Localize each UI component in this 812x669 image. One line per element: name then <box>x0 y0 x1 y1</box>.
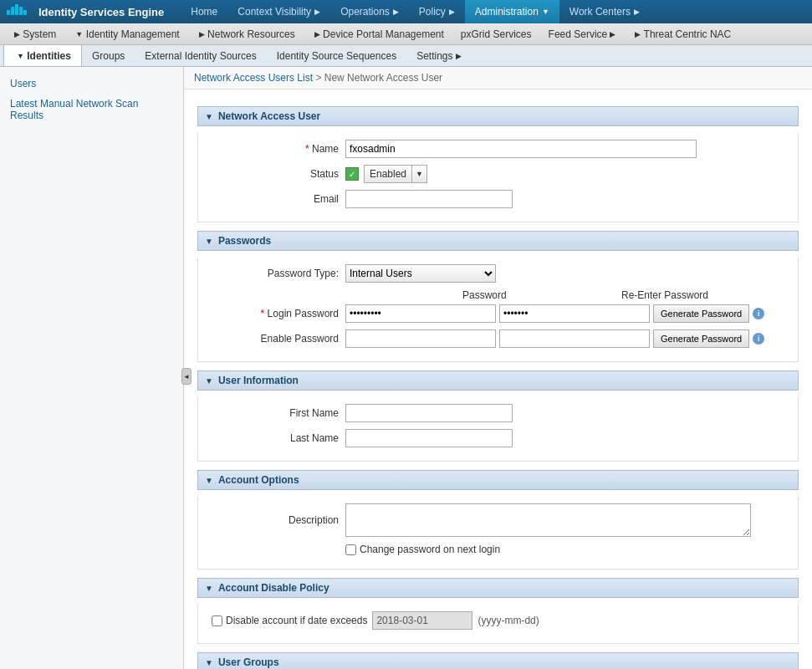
third-navigation: ▼ Identities Groups External Identity So… <box>0 45 812 67</box>
login-reenter-input[interactable] <box>499 304 650 323</box>
svg-rect-2 <box>15 4 18 15</box>
nav-identity-management[interactable]: ▼ Identity Management <box>64 23 187 44</box>
enable-reenter-input[interactable] <box>499 329 650 348</box>
tab-identities[interactable]: ▼ Identities <box>3 45 82 66</box>
network-access-user-section: Name Status ✓ Enabled ▼ Email <box>197 133 799 222</box>
nav-home[interactable]: Home <box>181 0 227 23</box>
collapse-user-info-arrow-icon: ▼ <box>205 376 213 386</box>
cisco-logo-icon <box>7 3 32 20</box>
collapse-disable-policy-arrow-icon: ▼ <box>205 584 213 593</box>
collapse-arrow-icon: ▼ <box>205 112 213 121</box>
password-col-headers: Password Re-Enter Password <box>462 289 784 301</box>
status-label: Status <box>212 168 345 180</box>
tab-settings[interactable]: Settings ▶ <box>406 45 471 66</box>
generate-enable-password-button[interactable]: Generate Password <box>653 329 749 348</box>
account-options-section: Description Change password on next logi… <box>197 497 799 569</box>
first-name-row: First Name <box>212 404 784 422</box>
email-row: Email <box>212 190 784 208</box>
sidebar-item-users[interactable]: Users <box>0 74 183 94</box>
first-name-input[interactable] <box>345 404 513 422</box>
user-information-section: First Name Last Name <box>197 397 799 462</box>
section-header-user-groups[interactable]: ▼ User Groups <box>197 652 799 669</box>
disable-account-checkbox[interactable] <box>212 615 222 626</box>
tab-groups[interactable]: Groups <box>82 45 135 66</box>
collapse-user-groups-arrow-icon: ▼ <box>205 658 213 667</box>
section-header-passwords[interactable]: ▼ Passwords <box>197 231 799 251</box>
nav-policy[interactable]: Policy ▶ <box>409 0 465 23</box>
disable-date-input[interactable] <box>372 611 472 630</box>
breadcrumb-current: New Network Access User <box>324 72 442 84</box>
section-header-network-access-user[interactable]: ▼ Network Access User <box>197 106 799 126</box>
section-header-account-disable-policy[interactable]: ▼ Account Disable Policy <box>197 578 799 598</box>
nav-device-portal-management[interactable]: ▶ Device Portal Management <box>304 23 452 44</box>
main-content: Network Access Users List > New Network … <box>184 67 812 669</box>
sidebar-item-latest-scan[interactable]: Latest Manual Network Scan Results <box>0 94 183 125</box>
nav-system[interactable]: ▶ System <box>3 23 64 44</box>
login-password-info-icon[interactable]: i <box>753 308 764 319</box>
password-type-label: Password Type: <box>212 268 345 279</box>
last-name-label: Last Name <box>212 432 345 444</box>
tab-identity-source-sequences[interactable]: Identity Source Sequences <box>267 45 406 66</box>
svg-rect-4 <box>23 10 27 15</box>
status-enabled-checkbox[interactable]: ✓ <box>345 167 359 181</box>
nav-context-visibility[interactable]: Context Visibility ▶ <box>227 0 330 23</box>
form-container: ▼ Network Access User Name Status ✓ Enab… <box>184 89 812 669</box>
collapse-account-options-arrow-icon: ▼ <box>205 476 213 485</box>
description-textarea[interactable] <box>345 503 751 537</box>
svg-rect-1 <box>11 7 14 15</box>
change-password-row: Change password on next login <box>212 544 784 555</box>
enable-password-label: Enable Password <box>212 333 345 345</box>
last-name-row: Last Name <box>212 429 784 447</box>
status-dropdown-arrow-icon: ▼ <box>411 166 426 182</box>
breadcrumb-parent-link[interactable]: Network Access Users List <box>194 72 313 84</box>
disable-policy-row: Disable account if date exceeds (yyyy-mm… <box>212 611 784 630</box>
status-control: ✓ Enabled ▼ <box>345 165 427 183</box>
last-name-input[interactable] <box>345 429 513 447</box>
email-label: Email <box>212 193 345 205</box>
login-password-label: Login Password <box>212 308 345 319</box>
nav-administration[interactable]: Administration ▼ <box>465 0 559 23</box>
generate-login-password-button[interactable]: Generate Password <box>653 304 749 323</box>
svg-rect-0 <box>7 10 10 15</box>
breadcrumb: Network Access Users List > New Network … <box>184 67 812 89</box>
password-col-header: Password <box>462 289 621 301</box>
description-label: Description <box>212 514 345 526</box>
top-navigation: Identity Services Engine Home Context Vi… <box>0 0 812 23</box>
nav-policy-arrow: ▶ <box>449 8 455 16</box>
name-input[interactable] <box>345 140 697 158</box>
nav-feed-service[interactable]: Feed Service ▶ <box>540 23 625 44</box>
main-layout: ◄ Users Latest Manual Network Scan Resul… <box>0 67 812 669</box>
nav-operations-arrow: ▶ <box>393 8 399 16</box>
nav-operations[interactable]: Operations ▶ <box>330 0 409 23</box>
password-type-select[interactable]: Internal Users External <box>345 264 496 283</box>
tab-external-identity-sources[interactable]: External Identity Sources <box>135 45 266 66</box>
nav-threat-centric-nac[interactable]: ▶ Threat Centric NAC <box>624 23 739 44</box>
breadcrumb-separator: > <box>315 72 321 84</box>
nav-work-centers[interactable]: Work Centers ▶ <box>559 0 650 23</box>
name-row: Name <box>212 140 784 158</box>
status-row: Status ✓ Enabled ▼ <box>212 165 784 183</box>
enable-password-info-icon[interactable]: i <box>753 333 764 345</box>
change-password-checkbox[interactable] <box>345 544 356 555</box>
svg-rect-3 <box>19 7 23 15</box>
status-dropdown-text: Enabled <box>365 168 411 180</box>
change-password-label: Change password on next login <box>360 544 500 555</box>
nav-network-resources[interactable]: ▶ Network Resources <box>188 23 304 44</box>
status-dropdown[interactable]: Enabled ▼ <box>364 165 427 183</box>
sidebar-toggle-button[interactable]: ◄ <box>181 368 192 385</box>
date-format-label: (yyyy-mm-dd) <box>477 615 539 626</box>
account-disable-policy-section: Disable account if date exceeds (yyyy-mm… <box>197 605 799 644</box>
enable-password-input[interactable] <box>345 329 496 348</box>
login-password-input[interactable] <box>345 304 496 323</box>
name-label: Name <box>212 143 345 155</box>
section-header-user-information[interactable]: ▼ User Information <box>197 370 799 391</box>
login-password-row: Login Password Generate Password i <box>212 304 784 323</box>
collapse-passwords-arrow-icon: ▼ <box>205 237 213 246</box>
email-input[interactable] <box>345 190 513 208</box>
nav-pxgrid-services[interactable]: pxGrid Services <box>452 23 540 44</box>
sidebar: ◄ Users Latest Manual Network Scan Resul… <box>0 67 184 669</box>
first-name-label: First Name <box>212 407 345 419</box>
section-header-account-options[interactable]: ▼ Account Options <box>197 470 799 490</box>
nav-work-centers-arrow: ▶ <box>634 8 640 16</box>
reenter-col-header: Re-Enter Password <box>621 289 780 301</box>
